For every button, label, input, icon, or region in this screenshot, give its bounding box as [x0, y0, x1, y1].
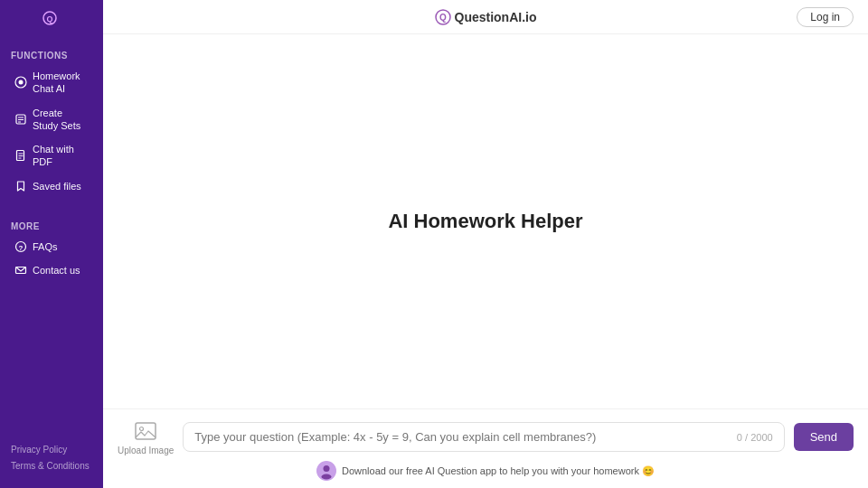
sidebar-item-label: Contact us — [33, 265, 80, 276]
header-logo-text: QuestionAI.io — [455, 10, 537, 24]
main-area: Q QuestionAI.io Log in AI Homework Helpe… — [103, 0, 868, 488]
send-button[interactable]: Send — [794, 423, 854, 451]
avatar — [316, 461, 336, 481]
app-download-text: Download our free AI Question app to hel… — [342, 465, 655, 477]
bookmark-icon — [14, 180, 27, 192]
upload-icon — [133, 418, 158, 444]
sidebar-item-label: Saved files — [33, 180, 81, 192]
sidebar-item-label: Create Study Sets — [33, 107, 89, 133]
pdf-icon — [14, 149, 27, 162]
svg-text:Q: Q — [439, 13, 447, 23]
sidebar: Q FUNCTIONS Homework Chat AI Create Stud… — [0, 0, 103, 488]
input-row: Upload Image 0 / 2000 Send — [118, 418, 854, 455]
login-button[interactable]: Log in — [797, 7, 854, 27]
mail-icon — [14, 264, 27, 277]
sidebar-item-label: Homework Chat AI — [33, 70, 89, 96]
help-icon: ? — [14, 240, 27, 253]
page-title: AI Homework Helper — [388, 210, 582, 233]
sidebar-item-homework-chat[interactable]: Homework Chat AI — [4, 65, 99, 100]
upload-image-button[interactable]: Upload Image — [118, 418, 174, 455]
svg-rect-17 — [136, 423, 156, 439]
sidebar-logo: Q — [0, 0, 103, 36]
sidebar-item-label: FAQs — [33, 241, 58, 252]
privacy-policy-link[interactable]: Privacy Policy — [11, 443, 92, 457]
svg-point-21 — [321, 474, 331, 480]
sidebar-item-faqs[interactable]: ? FAQs — [4, 236, 99, 258]
sidebar-item-chat-pdf[interactable]: Chat with PDF — [4, 138, 99, 174]
svg-text:?: ? — [19, 244, 24, 252]
header-logo: Q QuestionAI.io — [435, 9, 537, 25]
char-count: 0 / 2000 — [737, 432, 773, 443]
upload-label: Upload Image — [118, 446, 174, 455]
svg-rect-8 — [17, 151, 24, 161]
terms-link[interactable]: Terms & Conditions — [11, 459, 92, 474]
svg-point-18 — [140, 427, 144, 431]
more-label: MORE — [0, 207, 103, 235]
svg-point-3 — [19, 80, 24, 85]
chat-icon — [14, 76, 27, 89]
functions-label: FUNCTIONS — [0, 36, 103, 64]
sidebar-item-label: Chat with PDF — [33, 143, 89, 169]
sidebar-item-create-study[interactable]: Create Study Sets — [4, 102, 99, 137]
bottom-input-area: Upload Image 0 / 2000 Send Download our … — [103, 408, 868, 488]
sidebar-footer: Privacy Policy Terms & Conditions — [0, 436, 103, 474]
header: Q QuestionAI.io Log in — [103, 0, 868, 34]
question-input[interactable] — [194, 430, 730, 444]
question-input-container: 0 / 2000 — [183, 422, 784, 452]
svg-point-20 — [323, 465, 329, 472]
sidebar-item-saved-files[interactable]: Saved files — [4, 175, 99, 197]
svg-text:Q: Q — [46, 14, 52, 23]
content-area: AI Homework Helper — [103, 34, 868, 408]
app-download-banner: Download our free AI Question app to hel… — [118, 455, 854, 483]
study-icon — [14, 113, 27, 126]
sidebar-item-contact[interactable]: Contact us — [4, 259, 99, 281]
